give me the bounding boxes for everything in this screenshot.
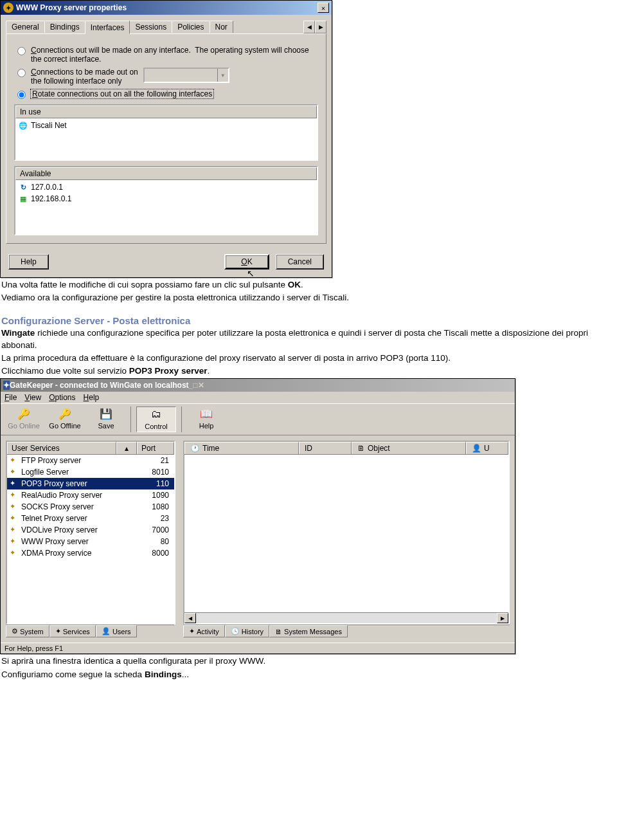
list-item-label: 127.0.0.1 — [31, 183, 63, 192]
gatekeeper-window: ✦ GateKeeper - connected to WinGate on l… — [0, 378, 515, 654]
list-item[interactable]: ↻ 127.0.0.1 — [17, 181, 316, 193]
activity-listview[interactable]: 🕐Time ID 🗎Object 👤U ◀ ▶ — [183, 441, 510, 625]
service-row[interactable]: ✦SOCKS Proxy server1080 — [7, 501, 174, 513]
tab-history[interactable]: 🕓History — [225, 625, 269, 637]
key-icon: 🔑 — [17, 408, 30, 421]
scroll-right-icon[interactable]: ▶ — [497, 613, 508, 623]
window-title: GateKeeper - connected to WinGate on loc… — [10, 381, 189, 390]
service-row[interactable]: ✦Logfile Server8010 — [7, 466, 174, 478]
service-name: Logfile Server — [21, 468, 141, 477]
dialog-buttons: Help OK↖ Cancel — [1, 249, 332, 277]
tab-scroll-right-icon[interactable]: ▶ — [315, 21, 326, 33]
tab-sessions[interactable]: Sessions — [129, 21, 172, 33]
col-user[interactable]: 👤U — [466, 442, 508, 454]
maximize-icon[interactable]: □ — [193, 381, 197, 390]
radio-rotate-interfaces-input[interactable] — [17, 91, 26, 99]
service-port: 23 — [141, 514, 172, 523]
doc-icon: 🗎 — [275, 628, 282, 635]
service-name: WWW Proxy server — [21, 537, 141, 546]
service-port: 110 — [141, 479, 172, 488]
list-item[interactable]: 🌐 Tiscali Net — [17, 120, 316, 131]
paragraph: La prima procedura da effettuare è la co… — [1, 352, 616, 364]
tab-services[interactable]: ✦Services — [49, 625, 96, 637]
service-row[interactable]: ✦XDMA Proxy service8000 — [7, 547, 174, 559]
ok-button[interactable]: OK↖ — [224, 254, 269, 269]
available-header: Available — [15, 167, 317, 180]
service-row[interactable]: ✦RealAudio Proxy server1090 — [7, 489, 174, 501]
available-listbox[interactable]: Available ↻ 127.0.0.1 ▦ 192.168.0.1 — [14, 166, 318, 235]
tab-scroll-left-icon[interactable]: ◀ — [303, 21, 315, 33]
service-icon: ✦ — [10, 468, 19, 477]
tab-policies[interactable]: Policies — [172, 21, 210, 33]
col-port[interactable]: Port — [137, 442, 174, 454]
service-icon: ✦ — [10, 502, 19, 511]
service-name: RealAudio Proxy server — [21, 491, 141, 500]
minimize-icon[interactable]: _ — [189, 381, 193, 390]
radio-any-interface-input[interactable] — [17, 47, 26, 55]
chevron-down-icon[interactable]: ▼ — [217, 69, 228, 82]
single-interface-dropdown[interactable]: ▼ — [143, 68, 229, 83]
tab-system-messages[interactable]: 🗎System Messages — [269, 625, 348, 637]
tab-general[interactable]: General — [6, 21, 45, 33]
nic-icon: ▦ — [18, 194, 28, 204]
tab-system[interactable]: ⚙System — [6, 625, 49, 637]
radio-any-interface[interactable]: CConnections out will be made on any int… — [14, 46, 318, 64]
service-row[interactable]: ✦Telnet Proxy server23 — [7, 513, 174, 524]
tab-content: CConnections out will be made on any int… — [6, 33, 326, 244]
radio-rotate-interfaces[interactable]: Rotate connections out on all the follow… — [14, 89, 318, 99]
tab-interfaces[interactable]: Interfaces — [85, 21, 130, 34]
services-listview[interactable]: User Services ▴ Port ✦FTP Proxy server21… — [6, 441, 175, 625]
close-icon[interactable]: ✕ — [317, 3, 329, 13]
go-online-button[interactable]: 🔑 Go Online — [4, 406, 43, 432]
menu-help[interactable]: Help — [84, 393, 100, 402]
horizontal-scrollbar[interactable]: ◀ ▶ — [184, 612, 508, 623]
menu-view[interactable]: View — [24, 393, 41, 402]
help-button[interactable]: Help — [8, 254, 49, 269]
tab-more[interactable]: Nor — [210, 21, 233, 33]
service-icon: ✦ — [10, 456, 19, 465]
tab-activity[interactable]: ✦Activity — [183, 625, 225, 637]
service-icon: ✦ — [10, 549, 19, 558]
tab-users[interactable]: 👤Users — [96, 625, 137, 637]
app-icon: ✦ — [3, 3, 13, 13]
radio-single-interface-input[interactable] — [17, 69, 26, 77]
service-row[interactable]: ✦WWW Proxy server80 — [7, 536, 174, 547]
loopback-icon: ↻ — [18, 182, 28, 192]
gear-icon: ⚙ — [12, 627, 18, 635]
col-id[interactable]: ID — [299, 442, 352, 454]
service-icon: ✦ — [10, 491, 19, 500]
scroll-left-icon[interactable]: ◀ — [184, 613, 196, 623]
col-object[interactable]: 🗎Object — [352, 442, 466, 454]
radio-single-interface[interactable]: Connections to be made out onthe followi… — [14, 68, 318, 86]
list-item[interactable]: ▦ 192.168.0.1 — [17, 193, 316, 205]
sort-icon[interactable]: ▴ — [116, 442, 137, 454]
inuse-listbox[interactable]: In use 🌐 Tiscali Net — [14, 104, 318, 161]
service-row[interactable]: ✦POP3 Proxy server110 — [7, 478, 174, 489]
service-icon: ✦ — [10, 537, 19, 546]
menu-file[interactable]: File — [4, 393, 17, 402]
object-icon: 🗎 — [357, 444, 365, 453]
service-port: 1080 — [141, 502, 172, 511]
section-heading: Configurazione Server - Posta elettronic… — [1, 315, 616, 326]
col-time[interactable]: 🕐Time — [184, 442, 299, 454]
user-icon: 👤 — [472, 444, 481, 453]
proxy-properties-dialog: ✦ WWW Proxy server properties ✕ General … — [0, 0, 332, 278]
col-user-services[interactable]: User Services — [7, 442, 116, 454]
go-offline-button[interactable]: 🔑 Go Offline — [46, 406, 84, 432]
radio-single-interface-label: Connections to be made out onthe followi… — [31, 68, 138, 86]
close-icon[interactable]: ✕ — [198, 381, 204, 390]
service-row[interactable]: ✦FTP Proxy server21 — [7, 455, 174, 466]
save-button[interactable]: 💾 Save — [87, 406, 125, 432]
tabs-row: General Bindings Interfaces Sessions Pol… — [6, 20, 326, 33]
service-port: 8010 — [141, 468, 172, 477]
cancel-button[interactable]: Cancel — [276, 254, 324, 269]
service-icon: ✦ — [10, 479, 19, 488]
service-icon: ✦ — [10, 525, 19, 534]
menu-options[interactable]: Options — [49, 393, 75, 402]
control-button[interactable]: 🗂 Control — [136, 406, 176, 432]
paragraph: Una volta fatte le modifiche di cui sopr… — [1, 279, 616, 291]
book-icon: 📖 — [200, 408, 213, 421]
service-row[interactable]: ✦VDOLive Proxy server7000 — [7, 524, 174, 536]
tab-bindings[interactable]: Bindings — [44, 21, 85, 33]
help-button[interactable]: 📖 Help — [187, 406, 226, 432]
